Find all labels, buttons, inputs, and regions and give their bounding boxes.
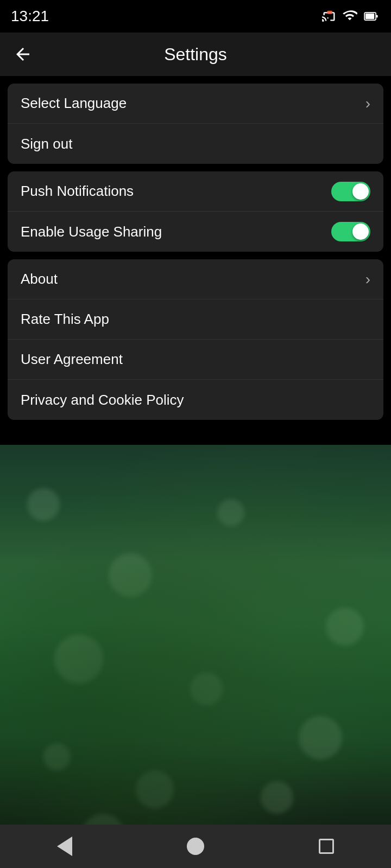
enable-usage-sharing-item[interactable]: Enable Usage Sharing: [8, 212, 383, 252]
chevron-right-icon: ›: [365, 95, 370, 112]
rate-this-app-item[interactable]: Rate This App: [8, 299, 383, 340]
background-field: [0, 445, 391, 835]
wifi-icon: [342, 8, 357, 25]
sign-out-label: Sign out: [21, 136, 72, 152]
enable-usage-sharing-toggle[interactable]: [331, 222, 370, 241]
select-language-item[interactable]: Select Language ›: [8, 84, 383, 124]
back-button[interactable]: [13, 44, 33, 64]
nav-recents-icon: [319, 839, 334, 854]
nav-bar: [0, 825, 391, 868]
section-info: About › Rate This App User Agreement Pri…: [8, 259, 383, 420]
section-preferences: Push Notifications Enable Usage Sharing: [8, 171, 383, 252]
status-time: 13:21: [11, 8, 49, 25]
field-texture: [0, 445, 391, 835]
toggle-thumb-2: [352, 224, 369, 240]
nav-recents-button[interactable]: [319, 839, 334, 854]
svg-rect-3: [365, 14, 374, 20]
sign-out-item[interactable]: Sign out: [8, 124, 383, 164]
nav-back-icon: [57, 837, 72, 856]
select-language-label: Select Language: [21, 95, 127, 112]
enable-usage-sharing-label: Enable Usage Sharing: [21, 224, 162, 240]
about-chevron-icon: ›: [365, 271, 370, 288]
about-label: About: [21, 271, 58, 288]
about-item[interactable]: About ›: [8, 259, 383, 299]
nav-home-button[interactable]: [187, 838, 204, 855]
rate-this-app-label: Rate This App: [21, 311, 109, 328]
status-icons: [321, 8, 380, 25]
status-bar: 13:21: [0, 0, 391, 33]
nav-back-button[interactable]: [57, 837, 72, 856]
svg-rect-2: [376, 15, 378, 18]
push-notifications-label: Push Notifications: [21, 183, 134, 200]
privacy-policy-label: Privacy and Cookie Policy: [21, 392, 184, 409]
svg-rect-0: [327, 10, 332, 14]
user-agreement-item[interactable]: User Agreement: [8, 340, 383, 380]
toggle-track-2: [331, 222, 370, 241]
nav-home-icon: [187, 838, 204, 855]
settings-content: Select Language › Sign out Push Notifica…: [0, 76, 391, 420]
push-notifications-item[interactable]: Push Notifications: [8, 171, 383, 212]
battery-icon: [363, 9, 380, 24]
cast-icon: [321, 8, 337, 25]
section-account: Select Language › Sign out: [8, 84, 383, 164]
toggle-track: [331, 182, 370, 201]
privacy-policy-item[interactable]: Privacy and Cookie Policy: [8, 380, 383, 420]
page-title: Settings: [164, 44, 227, 65]
toggle-thumb: [352, 183, 369, 200]
user-agreement-label: User Agreement: [21, 351, 123, 368]
header: Settings: [0, 33, 391, 76]
push-notifications-toggle[interactable]: [331, 182, 370, 201]
